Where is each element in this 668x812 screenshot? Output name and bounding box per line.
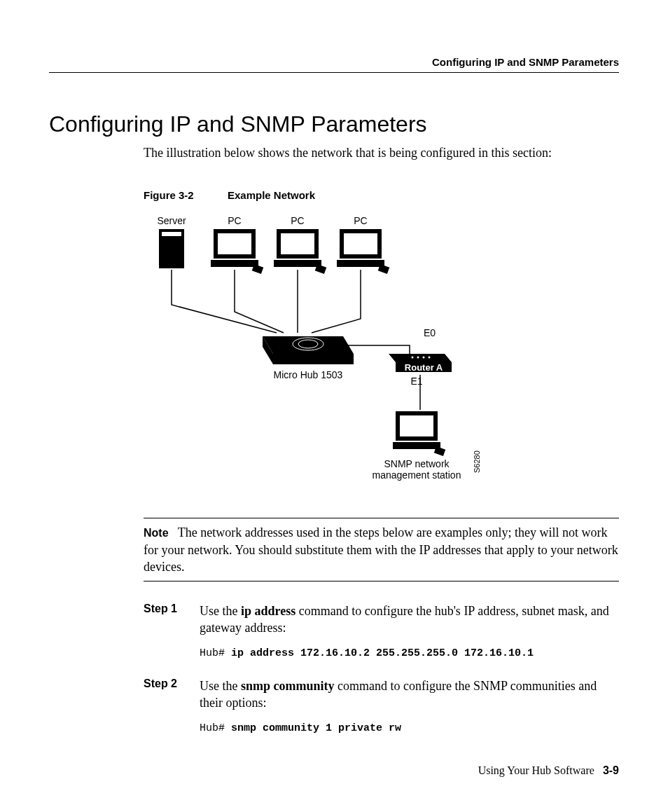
svg-text:S6280: S6280 xyxy=(473,450,481,473)
svg-marker-25 xyxy=(389,354,452,362)
page-footer: Using Your Hub Software 3-9 xyxy=(478,764,619,777)
running-head: Configuring IP and SNMP Parameters xyxy=(49,56,619,68)
svg-rect-7 xyxy=(218,233,251,254)
step-label: Step 2 xyxy=(144,677,200,736)
note-block: Note The network addresses used in the s… xyxy=(144,524,619,575)
svg-rect-11 xyxy=(281,233,314,254)
svg-rect-35 xyxy=(393,442,440,449)
pc-icon xyxy=(211,229,263,274)
svg-point-29 xyxy=(423,357,425,359)
figure-diagram: Server PC PC PC xyxy=(144,214,522,497)
svg-text:Server: Server xyxy=(157,215,186,226)
step-body: Use the ip address command to configure … xyxy=(200,603,619,661)
svg-point-28 xyxy=(417,357,419,359)
svg-text:E0: E0 xyxy=(424,327,436,338)
svg-text:management station: management station xyxy=(373,469,461,481)
figure-title: Example Network xyxy=(228,189,315,201)
svg-rect-5 xyxy=(162,232,181,236)
svg-rect-12 xyxy=(274,260,321,267)
svg-rect-8 xyxy=(211,260,258,267)
hub-icon xyxy=(263,336,354,364)
svg-text:PC: PC xyxy=(354,215,367,226)
network-diagram-icon: Server PC PC PC xyxy=(144,214,522,494)
svg-rect-15 xyxy=(344,233,377,254)
step-item: Step 2 Use the snmp community command to… xyxy=(144,677,619,736)
page-number: 3-9 xyxy=(603,764,619,776)
svg-rect-16 xyxy=(337,260,384,267)
server-icon xyxy=(159,229,184,268)
svg-text:E1: E1 xyxy=(410,376,422,387)
pc-icon xyxy=(337,229,389,274)
figure-caption: Figure 3-2Example Network xyxy=(144,189,619,201)
footer-text: Using Your Hub Software xyxy=(478,764,594,776)
step-body: Use the snmp community command to config… xyxy=(200,677,619,736)
svg-marker-18 xyxy=(263,336,354,354)
note-bottom-rule xyxy=(144,581,619,582)
svg-text:PC: PC xyxy=(291,215,304,226)
header-rule xyxy=(49,72,619,73)
section-title: Configuring IP and SNMP Parameters xyxy=(49,111,619,137)
page: Configuring IP and SNMP Parameters Confi… xyxy=(0,0,668,812)
steps-list: Step 1 Use the ip address command to con… xyxy=(144,603,619,736)
svg-rect-20 xyxy=(273,354,354,364)
cli-example: Hub# ip address 172.16.10.2 255.255.255.… xyxy=(200,647,619,661)
svg-text:SNMP network: SNMP network xyxy=(384,458,450,469)
step-item: Step 1 Use the ip address command to con… xyxy=(144,603,619,661)
svg-text:Micro Hub 1503: Micro Hub 1503 xyxy=(274,369,343,380)
command-name: snmp community xyxy=(241,679,335,693)
command-name: ip address xyxy=(241,604,295,618)
pc-icon xyxy=(393,411,445,456)
router-icon: Router A xyxy=(389,354,452,373)
svg-point-27 xyxy=(412,357,414,359)
pc-icon xyxy=(274,229,326,274)
svg-point-30 xyxy=(429,357,431,359)
cli-example: Hub# snmp community 1 private rw xyxy=(200,722,619,736)
intro-paragraph: The illustration below shows the network… xyxy=(144,144,619,161)
note-label: Note xyxy=(144,527,169,539)
step-label: Step 1 xyxy=(144,603,200,661)
svg-text:Router A: Router A xyxy=(405,362,443,373)
figure-number: Figure 3-2 xyxy=(144,189,228,201)
svg-rect-34 xyxy=(400,415,433,436)
svg-text:PC: PC xyxy=(228,215,241,226)
note-text: The network addresses used in the steps … xyxy=(144,525,618,574)
note-top-rule xyxy=(144,518,619,518)
